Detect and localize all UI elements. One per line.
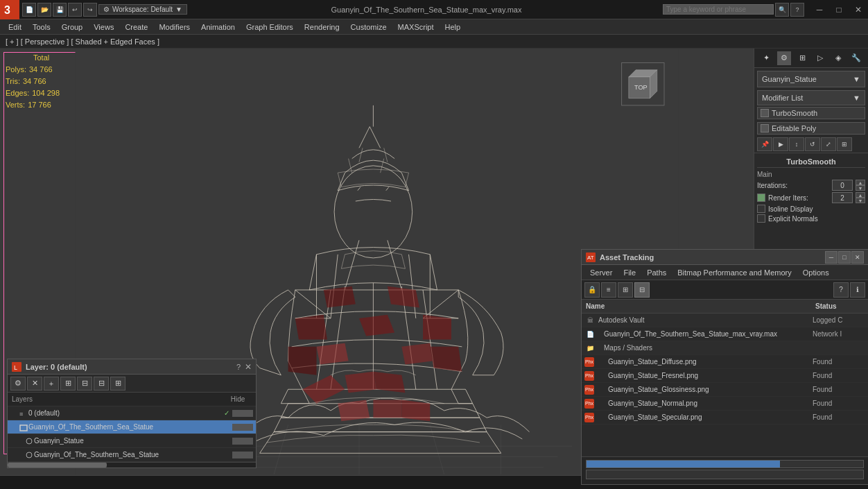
search-btn[interactable]: 🔍: [775, 3, 789, 17]
search-area: 🔍 ?: [663, 3, 810, 17]
menu-group[interactable]: Group: [56, 22, 89, 33]
ts-iter-down[interactable]: ▼: [856, 185, 865, 191]
mod-extra-btn[interactable]: ⊞: [837, 137, 852, 151]
mod-select-btn[interactable]: ▶: [773, 137, 788, 151]
layer-row-statue-sub[interactable]: Guanyin_Statue: [8, 434, 256, 448]
menu-tools[interactable]: Tools: [27, 22, 56, 33]
hierarchy-icon[interactable]: ⊞: [795, 51, 809, 65]
asset-icon: AT: [586, 252, 596, 262]
menu-views[interactable]: Views: [88, 22, 119, 33]
object-name-bar: Guanyin_Statue ▼: [757, 71, 865, 87]
layer-row-default[interactable]: ≡ 0 (default) ✓: [8, 406, 256, 420]
modifier-list-bar[interactable]: Modifier List ▼: [757, 90, 865, 105]
asset-col-status-header: Status: [813, 302, 868, 310]
layer-delete-btn[interactable]: ✕: [27, 377, 42, 391]
layer-row-statue-group[interactable]: Guanyin_Of_The_Southern_Sea_Statue: [8, 420, 256, 434]
redo-btn[interactable]: ↪: [83, 3, 97, 17]
mod-move-btn[interactable]: ↕: [789, 137, 804, 151]
new-file-btn[interactable]: 📄: [22, 3, 36, 17]
col-layers-header: Layers: [12, 395, 224, 403]
asset-minimize-btn[interactable]: ─: [825, 251, 837, 264]
menu-rendering[interactable]: Rendering: [299, 22, 345, 33]
display-icon[interactable]: ◈: [831, 51, 845, 65]
asset-row-normal[interactable]: Phx Guanyin_Statue_Normal.png Found: [582, 397, 868, 411]
asset-btn4[interactable]: ⊟: [634, 282, 650, 298]
layer-row-statue-obj[interactable]: Guanyin_Of_The_Southern_Sea_Statue: [8, 448, 256, 462]
turbosmooth-checkbox[interactable]: [761, 109, 769, 117]
menu-create[interactable]: Create: [119, 22, 153, 33]
maximize-btn[interactable]: □: [829, 0, 849, 19]
asset-menu-server[interactable]: Server: [584, 267, 618, 278]
undo-btn[interactable]: ↩: [68, 3, 82, 17]
asset-info-btn[interactable]: ℹ: [850, 282, 865, 298]
asset-row-specular[interactable]: Phx Guanyin_Statue_Specular.png Found: [582, 411, 868, 424]
modify-icon[interactable]: ⚙: [777, 51, 791, 65]
asset-btn1[interactable]: 🔒: [584, 282, 600, 298]
maxfile-status: Network I: [813, 330, 868, 338]
search-input[interactable]: [663, 4, 774, 15]
utilities-icon[interactable]: 🔧: [849, 51, 863, 65]
help-btn[interactable]: ?: [790, 3, 804, 17]
ts-render-down[interactable]: ▼: [856, 198, 865, 203]
layer-obj2-icon: [24, 450, 34, 460]
ts-render-checkbox[interactable]: [757, 194, 765, 202]
menu-edit[interactable]: Edit: [3, 22, 27, 33]
pin-btn[interactable]: 📌: [757, 137, 772, 151]
asset-close-btn[interactable]: ✕: [851, 251, 864, 264]
menu-maxscript[interactable]: MAXScript: [392, 22, 440, 33]
layer-btn5[interactable]: ⊟: [77, 377, 92, 391]
layer-btn7[interactable]: ⊞: [110, 377, 125, 391]
editable-poly-modifier[interactable]: Editable Poly: [757, 122, 865, 135]
asset-btn2[interactable]: ≡: [601, 282, 616, 298]
glossiness-status: Found: [813, 386, 868, 393]
layer-close-btn[interactable]: ✕: [245, 362, 252, 372]
layer-settings-btn[interactable]: ⚙: [10, 377, 26, 391]
mod-scale-btn[interactable]: ⤢: [821, 137, 836, 151]
turbosmooth-modifier[interactable]: TurboSmooth: [757, 107, 865, 119]
asset-path-input[interactable]: [586, 470, 864, 479]
svg-text:3: 3: [4, 4, 10, 16]
asset-row-maps[interactable]: 📁 Maps / Shaders: [582, 341, 868, 355]
motion-icon[interactable]: ▷: [813, 51, 827, 65]
tris-value: 34 766: [23, 76, 46, 87]
menu-customize[interactable]: Customize: [345, 22, 392, 33]
asset-btn3[interactable]: ⊞: [618, 282, 633, 298]
ts-explicit-checkbox[interactable]: [757, 214, 765, 223]
menu-modifiers[interactable]: Modifiers: [153, 22, 196, 33]
menu-animation[interactable]: Animation: [196, 22, 241, 33]
ts-render-input[interactable]: [832, 192, 853, 203]
asset-row-glossiness[interactable]: Phx Guanyin_Statue_Glossiness.png Found: [582, 383, 868, 397]
layer-btn6[interactable]: ⊟: [94, 377, 109, 391]
ts-iterations-input[interactable]: [832, 180, 853, 191]
svg-marker-24: [345, 372, 376, 393]
asset-row-fresnel[interactable]: Phx Guanyin_Statue_Fresnel.png Found: [582, 369, 868, 383]
asset-row-diffuse[interactable]: Phx Guanyin_Statue_Diffuse.png Found: [582, 355, 868, 369]
ts-iter-up[interactable]: ▲: [856, 180, 865, 185]
layer-add-btn[interactable]: +: [44, 377, 59, 391]
viewport-label-text: [ + ] [ Perspective ] [ Shaded + Edged F…: [6, 37, 159, 46]
menu-graph-editors[interactable]: Graph Editors: [241, 22, 299, 33]
menu-help[interactable]: Help: [440, 22, 467, 33]
open-btn[interactable]: 📂: [37, 3, 51, 17]
ts-isoline-checkbox[interactable]: [757, 205, 765, 213]
layer-scrollbar[interactable]: [8, 462, 256, 467]
asset-menu-bitmap[interactable]: Bitmap Performance and Memory: [672, 267, 797, 278]
asset-maximize-btn[interactable]: □: [838, 251, 851, 264]
layer-type-icon: ≡: [19, 409, 28, 418]
mod-rotate-btn[interactable]: ↺: [805, 137, 820, 151]
close-btn[interactable]: ✕: [849, 0, 868, 19]
save-btn[interactable]: 💾: [53, 3, 67, 17]
asset-menu-options[interactable]: Options: [797, 267, 835, 278]
minimize-btn[interactable]: ─: [810, 0, 829, 19]
asset-row-maxfile[interactable]: 📄 Guanyin_Of_The_Southern_Sea_Statue_max…: [582, 327, 868, 341]
asset-menu-file[interactable]: File: [618, 267, 641, 278]
create-icon[interactable]: ✦: [759, 51, 773, 65]
layer-help-btn[interactable]: ?: [236, 363, 241, 371]
asset-menu-paths[interactable]: Paths: [641, 267, 672, 278]
asset-row-vault[interactable]: 🏛 Autodesk Vault Logged C: [582, 314, 868, 327]
asset-help-btn[interactable]: ?: [833, 282, 849, 298]
ts-render-up[interactable]: ▲: [856, 192, 865, 198]
editablepoly-checkbox[interactable]: [761, 124, 769, 132]
layer-btn4[interactable]: ⊞: [60, 377, 76, 391]
workspace-selector[interactable]: ⚙ Workspace: Default ▼: [98, 4, 187, 15]
